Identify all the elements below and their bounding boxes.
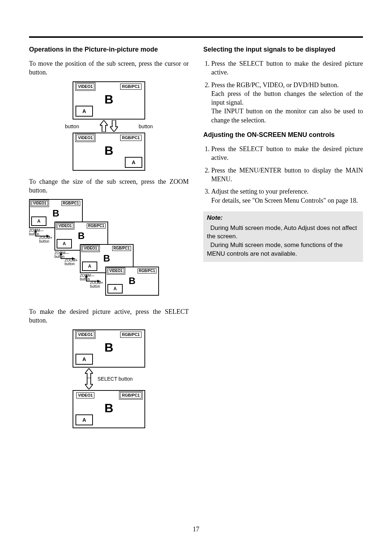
label-button: button <box>90 285 100 288</box>
arrow-down-icon <box>85 378 93 389</box>
tag-rgbpc1: RGB/PC1 <box>112 246 131 251</box>
label-B: B <box>103 253 110 264</box>
tag-video1: VIDEO1 <box>76 84 94 90</box>
sub-A-box: A <box>31 216 46 226</box>
label-button-left: button <box>65 123 79 129</box>
label-B: B <box>105 401 114 415</box>
sub-A-box: A <box>107 284 123 293</box>
tag-video1: VIDEO1 <box>76 332 94 338</box>
step-text: Adjust the setting to your preference. <box>211 188 309 195</box>
steps-input: Press the SELECT button to make the desi… <box>203 59 363 125</box>
heading-pip: Operations in the Picture-in-picture mod… <box>29 46 189 53</box>
para-zoom: To change the size of the sub screen, pr… <box>29 177 189 195</box>
pip-panel-top: VIDEO1 RGB/PC1 B A <box>73 81 145 119</box>
step: Press the SELECT button to make the desi… <box>211 145 363 162</box>
label-B: B <box>105 340 114 355</box>
pip-panel-bottom: VIDEO1 RGB/PC1 B A <box>73 133 145 171</box>
arrow-up-icon <box>100 120 108 132</box>
sub-A-box: A <box>57 239 72 248</box>
tag-rgbpc1: RGB/PC1 <box>87 223 106 228</box>
tag-video1: VIDEO1 <box>76 392 94 398</box>
label-button: button <box>39 240 49 243</box>
label-button: button <box>80 278 90 281</box>
step-text: The INPUT button on the monitor can also… <box>211 108 363 123</box>
note-box: Note: During Multi screen mode, Auto Adj… <box>203 211 363 262</box>
columns: Operations in the Picture-in-picture mod… <box>29 46 363 435</box>
right-column: Selecting the input signals to be displa… <box>203 46 363 262</box>
sub-A-box: A <box>75 106 93 117</box>
sub-A-box: A <box>75 354 93 365</box>
top-rule <box>29 36 363 38</box>
heading-osd: Adjusting the ON-SCREEN MENU controls <box>203 131 363 139</box>
tag-rgbpc1: RGB/PC1 <box>120 84 142 90</box>
tag-rgbpc1: RGB/PC1 <box>120 135 142 141</box>
para-move: To move the position of the sub screen, … <box>29 59 189 77</box>
step-text: Each press of the button changes the sel… <box>211 90 363 106</box>
tag-video1: VIDEO1 <box>108 268 124 274</box>
label-select-button: SELECT button <box>97 376 132 382</box>
label-B: B <box>53 208 60 219</box>
tag-video1: VIDEO1 <box>57 223 73 228</box>
arrow-down-icon <box>110 120 118 132</box>
tag-rgbpc1: RGB/PC1 <box>61 201 80 206</box>
figure-move: VIDEO1 RGB/PC1 B A button button VIDEO1 <box>29 81 189 171</box>
heading-input: Selecting the input signals to be displa… <box>203 46 363 53</box>
label-button: button <box>54 255 65 259</box>
label-B: B <box>105 92 114 106</box>
tag-video1: VIDEO1 <box>32 201 48 206</box>
note-title: Note: <box>207 214 359 222</box>
para-select: To make the desired picture active, pres… <box>29 307 189 325</box>
step-text: For details, see "On Screen Menu Control… <box>211 197 358 204</box>
tag-video1: VIDEO1 <box>82 246 99 251</box>
tag-video1: VIDEO1 <box>76 135 94 141</box>
label-button-right: button <box>139 123 153 129</box>
tag-rgbpc1: RGB/PC1 <box>138 268 156 274</box>
label-button: button <box>29 232 39 236</box>
select-panel-bottom: VIDEO1 RGB/PC1 B A <box>73 390 145 428</box>
select-panel-top: VIDEO1 RGB/PC1 B A <box>73 329 145 368</box>
left-column: Operations in the Picture-in-picture mod… <box>29 46 189 435</box>
step: Press the SELECT button to make the desi… <box>211 59 363 77</box>
label-B: B <box>129 275 136 287</box>
sub-A-box: A <box>82 262 97 271</box>
step: Adjust the setting to your preference. F… <box>211 187 363 205</box>
sub-A-box: A <box>75 414 93 425</box>
label-button: button <box>65 262 75 266</box>
figure-select: VIDEO1 RGB/PC1 B A SELECT button VIDEO1 <box>29 329 189 428</box>
tag-rgbpc1: RGB/PC1 <box>120 392 142 398</box>
note-line: During Multi screen mode, Auto Adjust do… <box>207 224 359 241</box>
step: Press the MENU/ENTER button to display t… <box>211 166 363 184</box>
figure-zoom: VIDEO1 RGB/PC1 B A VIDEO1 RGB/PC1 B A VI… <box>29 199 189 301</box>
page: Operations in the Picture-in-picture mod… <box>0 0 392 555</box>
label-B: B <box>105 143 114 158</box>
arrows-updown <box>67 120 151 132</box>
label-B: B <box>78 230 85 242</box>
step: Press the RGB/PC, VIDEO, or DVD/HD butto… <box>211 81 363 125</box>
tag-rgbpc1: RGB/PC1 <box>120 332 142 338</box>
sub-A-box: A <box>125 157 142 168</box>
page-number: 17 <box>0 526 392 533</box>
step-text: Press the RGB/PC, VIDEO, or DVD/HD butto… <box>211 81 339 89</box>
note-line: During Multi screen mode, some functions… <box>207 241 359 258</box>
steps-osd: Press the SELECT button to make the desi… <box>203 145 363 205</box>
